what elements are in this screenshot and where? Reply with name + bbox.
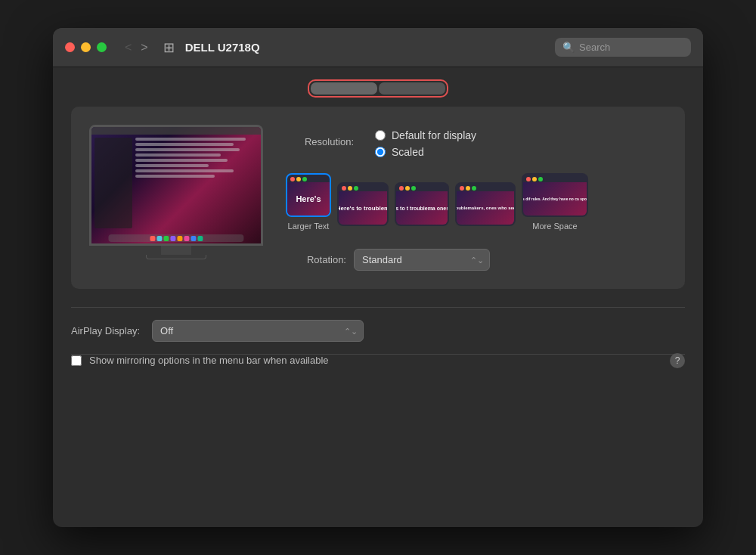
dot-red-4 <box>460 186 464 191</box>
mirroring-label: Show mirroring options in the menu bar w… <box>89 355 329 366</box>
screen-text-2 <box>135 143 234 146</box>
resolution-options: Default for display Scaled <box>360 129 476 158</box>
monitor-preview <box>89 125 263 271</box>
thumb-card-1: Here's <box>286 173 331 217</box>
res-thumb-3[interactable]: Here's to t troublema ones who <box>395 182 449 231</box>
dot-yellow-5 <box>532 177 537 181</box>
dock-icon-3 <box>163 236 169 241</box>
window-controls <box>65 42 107 52</box>
settings-panel: Resolution: Default for display Scaled <box>286 125 667 271</box>
thumb-content-2: Here's to troublem <box>339 191 387 225</box>
dot-yellow-2 <box>348 186 352 191</box>
tab-arrangement[interactable] <box>379 82 445 95</box>
mirroring-checkbox[interactable] <box>71 355 82 366</box>
screen-main <box>135 138 258 228</box>
main-window: < > ⊞ DELL U2718Q 🔍 <box>53 28 703 527</box>
res-label-row: Resolution: Default for display Scaled <box>286 125 667 158</box>
resolution-scaled-label: Scaled <box>392 146 424 158</box>
titlebar: < > ⊞ DELL U2718Q 🔍 <box>53 28 703 67</box>
resolution-scaled-radio[interactable] <box>375 147 386 157</box>
dot-red-3 <box>399 186 404 191</box>
help-button[interactable]: ? <box>670 353 685 368</box>
airplay-label: AirPlay Display: <box>71 325 140 336</box>
thumb-dots-2 <box>339 184 387 191</box>
thumb-content-5: Here's to the crazy one troublemakers. T… <box>523 182 587 215</box>
minimize-button[interactable] <box>81 42 91 52</box>
tab-display[interactable] <box>311 82 377 95</box>
tab-area <box>53 67 703 107</box>
thumb-card-4: Here's to the cr troublemakers, ones who… <box>455 182 516 226</box>
dot-green-1 <box>302 177 307 181</box>
screen-text-6 <box>135 164 209 167</box>
res-thumb-4[interactable]: Here's to the cr troublemakers, ones who… <box>455 182 516 231</box>
resolution-default-row: Default for display <box>375 129 476 141</box>
screen-text-7 <box>135 169 234 172</box>
close-button[interactable] <box>65 42 75 52</box>
resolution-default-radio[interactable] <box>375 130 386 141</box>
screen-text-8 <box>135 175 215 178</box>
screen-dock <box>108 234 243 242</box>
thumb-label-1: Larger Text <box>288 222 330 231</box>
forward-button[interactable]: > <box>138 39 150 56</box>
screen-text-1 <box>135 138 246 141</box>
thumb-label-5: More Space <box>532 222 577 231</box>
thumb-card-5: Here's to the crazy one troublemakers. T… <box>522 173 588 217</box>
search-icon: 🔍 <box>562 42 575 53</box>
maximize-button[interactable] <box>97 42 107 52</box>
airplay-bar: AirPlay Display: Off On <box>53 308 703 354</box>
dock-icon-1 <box>150 236 155 241</box>
dot-red-1 <box>290 177 295 181</box>
display-panel: Resolution: Default for display Scaled <box>71 107 685 289</box>
tab-switcher <box>308 79 448 98</box>
nav-arrows: < > <box>122 39 151 56</box>
dot-yellow-3 <box>405 186 410 191</box>
thumb-dots-3 <box>396 184 448 191</box>
content-area: Resolution: Default for display Scaled <box>53 107 703 307</box>
dot-green-4 <box>472 186 476 191</box>
screen-text-5 <box>135 159 228 162</box>
monitor-screen <box>91 127 261 243</box>
dock-icon-5 <box>177 236 182 241</box>
resolution-thumbnails: Here's Larger Text Here's to trou <box>286 173 667 231</box>
screen-text-3 <box>135 148 240 151</box>
rotation-select[interactable]: Standard 90° 180° 270° <box>354 249 490 271</box>
res-thumb-5[interactable]: Here's to the crazy one troublemakers. T… <box>522 173 588 231</box>
thumb-dots-5 <box>523 175 587 182</box>
thumb-card-3: Here's to t troublema ones who <box>395 182 449 226</box>
airplay-select-wrapper: Off On <box>152 320 364 342</box>
thumb-content-3: Here's to t troublema ones who <box>396 191 448 225</box>
dot-green-2 <box>354 186 358 191</box>
back-button[interactable]: < <box>122 39 135 56</box>
rotation-row: Rotation: Standard 90° 180° 270° <box>286 249 667 271</box>
dot-green-3 <box>411 186 416 191</box>
rotation-label: Rotation: <box>286 254 346 265</box>
monitor-base <box>146 255 206 259</box>
search-input[interactable] <box>579 42 677 53</box>
dock-icon-8 <box>197 236 203 241</box>
resolution-label: Resolution: <box>286 136 354 147</box>
res-thumb-2[interactable]: Here's to troublem <box>337 182 389 231</box>
dot-red-2 <box>342 186 346 191</box>
resolution-default-label: Default for display <box>392 129 476 141</box>
thumb-content-1: Here's <box>287 182 330 215</box>
dot-red-5 <box>526 177 531 181</box>
search-box[interactable]: 🔍 <box>555 38 691 57</box>
thumb-dots-1 <box>287 175 330 182</box>
window-title: DELL U2718Q <box>185 41 546 54</box>
screen-body <box>91 135 261 231</box>
screen-sidebar <box>94 138 132 228</box>
res-thumb-1[interactable]: Here's Larger Text <box>286 173 331 231</box>
resolution-row: Resolution: Default for display Scaled <box>286 125 667 158</box>
dock-icon-6 <box>184 236 189 241</box>
thumb-card-2: Here's to troublem <box>337 182 389 226</box>
mirroring-row: Show mirroring options in the menu bar w… <box>53 355 703 381</box>
monitor-frame <box>89 125 263 246</box>
thumb-content-4: Here's to the cr troublemakers, ones who… <box>457 191 514 225</box>
rotation-select-wrapper: Standard 90° 180° 270° <box>354 249 490 271</box>
screen-text-4 <box>135 153 221 157</box>
dot-yellow-4 <box>466 186 470 191</box>
airplay-select[interactable]: Off On <box>152 320 364 342</box>
dock-icon-4 <box>170 236 175 241</box>
dot-yellow-1 <box>296 177 301 181</box>
monitor-stand <box>161 246 191 255</box>
